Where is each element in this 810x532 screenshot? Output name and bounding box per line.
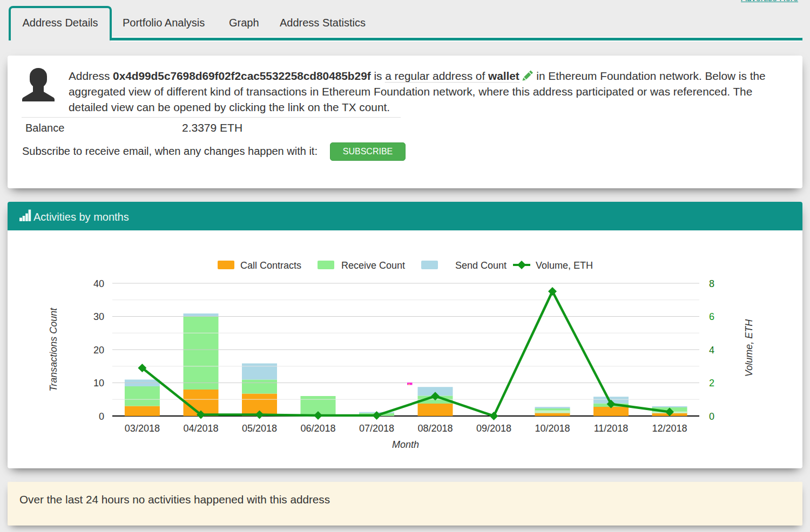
svg-text:Month: Month bbox=[392, 439, 419, 450]
svg-text:0: 0 bbox=[709, 411, 714, 422]
svg-text:Send Count: Send Count bbox=[455, 260, 507, 271]
svg-text:04/2018: 04/2018 bbox=[183, 423, 218, 434]
svg-text:30: 30 bbox=[93, 311, 104, 322]
svg-text:07/2018: 07/2018 bbox=[359, 423, 394, 434]
svg-text:6: 6 bbox=[709, 311, 714, 322]
svg-text:Volume, ETH: Volume, ETH bbox=[744, 319, 754, 377]
svg-text:4: 4 bbox=[709, 345, 714, 356]
svg-text:03/2018: 03/2018 bbox=[125, 423, 160, 434]
svg-text:8: 8 bbox=[709, 278, 714, 289]
svg-text:Receive Count: Receive Count bbox=[341, 260, 405, 271]
svg-text:06/2018: 06/2018 bbox=[300, 423, 335, 434]
svg-text:20: 20 bbox=[93, 345, 104, 356]
svg-text:Transactions Count: Transactions Count bbox=[48, 308, 59, 392]
svg-text:12/2018: 12/2018 bbox=[652, 423, 687, 434]
svg-text:2: 2 bbox=[709, 378, 714, 388]
svg-text:10: 10 bbox=[93, 378, 104, 388]
svg-text:08/2018: 08/2018 bbox=[417, 423, 453, 434]
svg-text:10/2018: 10/2018 bbox=[535, 423, 570, 434]
svg-text:11/2018: 11/2018 bbox=[594, 423, 629, 434]
svg-text:Call Contracts: Call Contracts bbox=[240, 260, 301, 271]
svg-text:Volume, ETH: Volume, ETH bbox=[536, 260, 593, 271]
svg-text:40: 40 bbox=[93, 278, 104, 289]
svg-text:05/2018: 05/2018 bbox=[242, 423, 277, 434]
svg-text:09/2018: 09/2018 bbox=[476, 423, 511, 434]
svg-text:0: 0 bbox=[99, 411, 104, 422]
